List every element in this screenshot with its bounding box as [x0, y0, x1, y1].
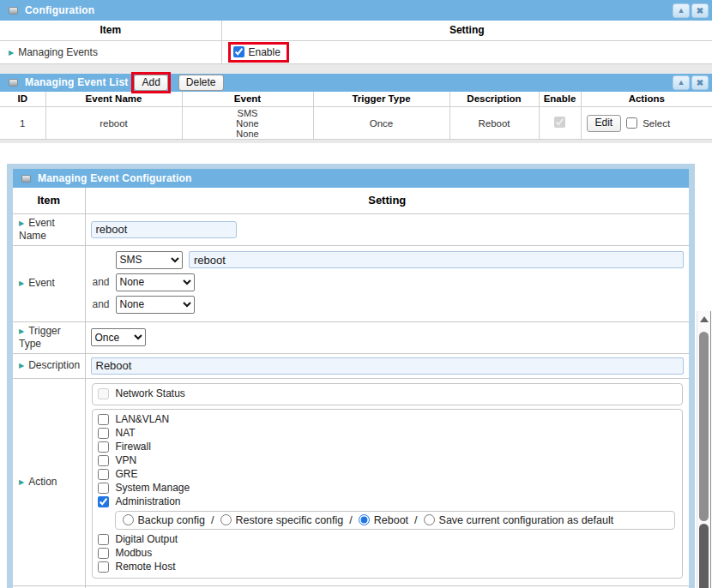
scrollbar-up-arrow-icon[interactable] [700, 316, 709, 322]
close-icon[interactable]: ✖ [691, 3, 709, 18]
event-and-select-1[interactable]: None [116, 273, 195, 291]
network-status-option: Network Status [98, 387, 678, 400]
save-config-default-radio[interactable] [424, 514, 435, 525]
event-config-frame: Managing Event Configuration Item Settin… [7, 164, 695, 588]
event-name-row: ▶Event Name [13, 213, 689, 245]
table-row: 1 reboot SMS None None Once Reboot Edit … [0, 107, 712, 140]
trigger-type-label: ▶Trigger Type [13, 321, 85, 353]
panel-icon [21, 175, 31, 183]
vertical-scrollbar[interactable] [697, 311, 711, 588]
column-header-enable: Enable [539, 92, 581, 107]
description-input[interactable] [91, 357, 685, 375]
nat-checkbox[interactable] [98, 428, 109, 439]
action-option-firewall[interactable]: Firewall [98, 441, 678, 453]
triangle-bullet-icon: ▶ [19, 327, 24, 335]
collapse-icon[interactable]: ▲ [673, 3, 690, 18]
event-line: None [183, 118, 313, 129]
event-and-select-2[interactable]: None [116, 296, 195, 314]
column-header-setting: Setting [221, 21, 712, 40]
action-options-box: LAN&VLAN NAT Firewall [92, 409, 684, 579]
collapse-icon[interactable]: ▲ [673, 75, 690, 90]
cell-actions: Edit Select [581, 107, 712, 140]
event-type-select[interactable]: SMS [116, 251, 183, 269]
backup-config-radio[interactable] [123, 514, 134, 525]
cell-event: SMS None None [182, 107, 313, 140]
event-and-line: and None [91, 296, 685, 314]
administration-checkbox[interactable] [98, 496, 109, 507]
trigger-type-select[interactable]: Once [91, 328, 146, 346]
network-status-checkbox [98, 388, 109, 399]
lanvlan-checkbox[interactable] [98, 414, 109, 425]
spacer [0, 143, 712, 164]
configuration-panel-header: Configuration ▲ ✖ [0, 0, 712, 21]
option-separator: / [414, 514, 417, 526]
vpn-checkbox[interactable] [98, 455, 109, 466]
row-select-checkbox[interactable] [626, 117, 637, 129]
reboot-radio[interactable] [359, 514, 370, 525]
event-row: ▶Event SMS and [13, 245, 689, 321]
restore-config-radio[interactable] [220, 514, 232, 525]
close-icon[interactable]: ✖ [691, 75, 709, 90]
panel-icon [9, 7, 18, 15]
triangle-bullet-icon: ▶ [19, 478, 24, 486]
highlight-box-add: Add [131, 72, 170, 93]
action-option-digital-output[interactable]: Digital Output [98, 533, 678, 546]
modbus-checkbox[interactable] [98, 548, 109, 559]
remote-host-checkbox[interactable] [98, 561, 109, 573]
column-header-item: Item [13, 188, 85, 213]
event-config-panel: Managing Event Configuration Item Settin… [13, 169, 689, 588]
event-list-header: Managing Event List Add Delete ▲ ✖ [0, 74, 712, 92]
row-enable-checkbox [554, 117, 565, 128]
table-header-row: Item Setting [13, 188, 689, 213]
action-option-remote-host[interactable]: Remote Host [98, 561, 678, 573]
action-option-modbus[interactable]: Modbus [98, 547, 678, 560]
highlight-box-enable: Enable [228, 42, 289, 63]
digital-output-checkbox[interactable] [98, 534, 109, 545]
column-header-trigger-type: Trigger Type [313, 92, 450, 107]
event-name-label: ▶Event Name [13, 213, 85, 245]
event-config-header: Managing Event Configuration [13, 169, 689, 188]
action-setting: Network Status LAN&VLAN NAT [85, 378, 689, 585]
action-option-administration[interactable]: Administration [98, 495, 678, 508]
cell-id: 1 [0, 107, 45, 140]
event-config-section: Managing Event Configuration Item Settin… [0, 164, 712, 588]
radio-reboot[interactable]: Reboot [359, 514, 408, 526]
action-row: ▶Action Network Status [13, 378, 689, 585]
triangle-bullet-icon: ▶ [19, 362, 24, 369]
edit-button[interactable]: Edit [587, 115, 622, 132]
action-option-vpn[interactable]: VPN [98, 454, 678, 467]
action-option-nat[interactable]: NAT [98, 427, 678, 440]
event-label: ▶Event [13, 245, 85, 321]
triangle-bullet-icon: ▶ [9, 49, 14, 57]
event-value-input[interactable] [189, 251, 684, 268]
managing-events-enable-checkbox[interactable] [233, 46, 244, 57]
delete-button[interactable]: Delete [178, 75, 224, 91]
scrollbar-thumb-lower[interactable] [699, 524, 709, 588]
action-option-system-manage[interactable]: System Manage [98, 482, 678, 495]
action-label: ▶Action [13, 378, 85, 585]
scrollbar-thumb[interactable] [699, 332, 709, 521]
add-button[interactable]: Add [134, 75, 167, 91]
triangle-bullet-icon: ▶ [19, 279, 24, 287]
radio-save-current-config[interactable]: Save current configuration as default [424, 514, 614, 526]
event-name-input[interactable] [91, 221, 237, 238]
event-type-line: SMS [91, 251, 685, 269]
description-label: ▶Description [13, 353, 85, 378]
screen: Configuration ▲ ✖ Item Setting ▶Managing… [0, 0, 712, 588]
managing-events-setting: Enable [221, 40, 712, 63]
action-option-gre[interactable]: GRE [98, 468, 678, 481]
event-list-panel: Managing Event List Add Delete ▲ ✖ ID Ev… [0, 74, 712, 144]
action-option-lanvlan[interactable]: LAN&VLAN [98, 413, 678, 426]
panel-title: Managing Event Configuration [38, 172, 192, 184]
event-config-table: Item Setting ▶Event Name ▶Event [13, 188, 689, 588]
column-header-setting: Setting [85, 188, 689, 213]
option-separator: / [349, 514, 352, 526]
managing-events-row: ▶Managing Events Enable [0, 40, 712, 63]
firewall-checkbox[interactable] [98, 441, 109, 453]
panel-icon [9, 79, 18, 87]
system-manage-checkbox[interactable] [98, 483, 109, 494]
managing-events-enable[interactable]: Enable [231, 45, 287, 60]
gre-checkbox[interactable] [98, 469, 109, 480]
radio-restore-specific-config[interactable]: Restore specific config [220, 514, 344, 526]
radio-backup-config[interactable]: Backup config [123, 514, 206, 526]
